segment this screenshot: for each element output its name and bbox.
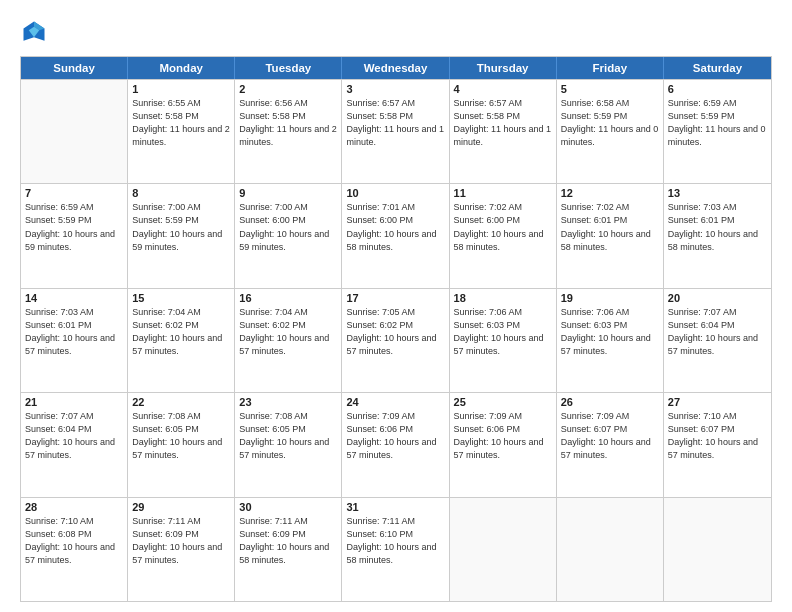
cal-cell: 16Sunrise: 7:04 AMSunset: 6:02 PMDayligh… (235, 289, 342, 392)
day-number: 13 (668, 187, 767, 199)
logo (20, 18, 52, 46)
day-number: 1 (132, 83, 230, 95)
day-info: Sunrise: 7:11 AMSunset: 6:09 PMDaylight:… (132, 515, 230, 567)
day-info: Sunrise: 7:06 AMSunset: 6:03 PMDaylight:… (561, 306, 659, 358)
cal-cell: 10Sunrise: 7:01 AMSunset: 6:00 PMDayligh… (342, 184, 449, 287)
week-row-2: 7Sunrise: 6:59 AMSunset: 5:59 PMDaylight… (21, 183, 771, 287)
cal-cell: 5Sunrise: 6:58 AMSunset: 5:59 PMDaylight… (557, 80, 664, 183)
calendar-header-row: SundayMondayTuesdayWednesdayThursdayFrid… (21, 57, 771, 79)
cal-cell: 2Sunrise: 6:56 AMSunset: 5:58 PMDaylight… (235, 80, 342, 183)
cal-cell: 7Sunrise: 6:59 AMSunset: 5:59 PMDaylight… (21, 184, 128, 287)
cal-cell: 11Sunrise: 7:02 AMSunset: 6:00 PMDayligh… (450, 184, 557, 287)
day-number: 19 (561, 292, 659, 304)
cal-cell: 6Sunrise: 6:59 AMSunset: 5:59 PMDaylight… (664, 80, 771, 183)
day-info: Sunrise: 7:10 AMSunset: 6:08 PMDaylight:… (25, 515, 123, 567)
cal-cell: 15Sunrise: 7:04 AMSunset: 6:02 PMDayligh… (128, 289, 235, 392)
day-number: 16 (239, 292, 337, 304)
day-number: 24 (346, 396, 444, 408)
day-number: 11 (454, 187, 552, 199)
header-day-friday: Friday (557, 57, 664, 79)
day-number: 14 (25, 292, 123, 304)
day-number: 23 (239, 396, 337, 408)
day-number: 21 (25, 396, 123, 408)
day-info: Sunrise: 6:55 AMSunset: 5:58 PMDaylight:… (132, 97, 230, 149)
day-number: 31 (346, 501, 444, 513)
day-number: 25 (454, 396, 552, 408)
day-number: 2 (239, 83, 337, 95)
day-number: 12 (561, 187, 659, 199)
day-number: 6 (668, 83, 767, 95)
header-day-thursday: Thursday (450, 57, 557, 79)
calendar: SundayMondayTuesdayWednesdayThursdayFrid… (20, 56, 772, 602)
cal-cell: 20Sunrise: 7:07 AMSunset: 6:04 PMDayligh… (664, 289, 771, 392)
day-info: Sunrise: 6:59 AMSunset: 5:59 PMDaylight:… (668, 97, 767, 149)
day-info: Sunrise: 7:07 AMSunset: 6:04 PMDaylight:… (668, 306, 767, 358)
day-number: 17 (346, 292, 444, 304)
day-info: Sunrise: 7:09 AMSunset: 6:06 PMDaylight:… (454, 410, 552, 462)
day-number: 20 (668, 292, 767, 304)
day-info: Sunrise: 7:10 AMSunset: 6:07 PMDaylight:… (668, 410, 767, 462)
day-number: 22 (132, 396, 230, 408)
cal-cell: 24Sunrise: 7:09 AMSunset: 6:06 PMDayligh… (342, 393, 449, 496)
day-number: 4 (454, 83, 552, 95)
week-row-1: 1Sunrise: 6:55 AMSunset: 5:58 PMDaylight… (21, 79, 771, 183)
cal-cell (21, 80, 128, 183)
cal-cell: 17Sunrise: 7:05 AMSunset: 6:02 PMDayligh… (342, 289, 449, 392)
cal-cell: 9Sunrise: 7:00 AMSunset: 6:00 PMDaylight… (235, 184, 342, 287)
header-day-tuesday: Tuesday (235, 57, 342, 79)
day-info: Sunrise: 7:11 AMSunset: 6:10 PMDaylight:… (346, 515, 444, 567)
day-number: 27 (668, 396, 767, 408)
day-info: Sunrise: 6:57 AMSunset: 5:58 PMDaylight:… (346, 97, 444, 149)
header-day-saturday: Saturday (664, 57, 771, 79)
day-info: Sunrise: 6:59 AMSunset: 5:59 PMDaylight:… (25, 201, 123, 253)
day-number: 3 (346, 83, 444, 95)
day-number: 29 (132, 501, 230, 513)
cal-cell: 19Sunrise: 7:06 AMSunset: 6:03 PMDayligh… (557, 289, 664, 392)
day-info: Sunrise: 7:04 AMSunset: 6:02 PMDaylight:… (132, 306, 230, 358)
day-info: Sunrise: 7:02 AMSunset: 6:01 PMDaylight:… (561, 201, 659, 253)
day-number: 26 (561, 396, 659, 408)
day-info: Sunrise: 7:07 AMSunset: 6:04 PMDaylight:… (25, 410, 123, 462)
cal-cell: 25Sunrise: 7:09 AMSunset: 6:06 PMDayligh… (450, 393, 557, 496)
cal-cell: 14Sunrise: 7:03 AMSunset: 6:01 PMDayligh… (21, 289, 128, 392)
cal-cell: 1Sunrise: 6:55 AMSunset: 5:58 PMDaylight… (128, 80, 235, 183)
cal-cell: 22Sunrise: 7:08 AMSunset: 6:05 PMDayligh… (128, 393, 235, 496)
day-number: 8 (132, 187, 230, 199)
day-info: Sunrise: 7:01 AMSunset: 6:00 PMDaylight:… (346, 201, 444, 253)
day-info: Sunrise: 7:08 AMSunset: 6:05 PMDaylight:… (239, 410, 337, 462)
cal-cell: 30Sunrise: 7:11 AMSunset: 6:09 PMDayligh… (235, 498, 342, 601)
day-info: Sunrise: 7:00 AMSunset: 6:00 PMDaylight:… (239, 201, 337, 253)
cal-cell (664, 498, 771, 601)
cal-cell (557, 498, 664, 601)
cal-cell (450, 498, 557, 601)
day-info: Sunrise: 7:09 AMSunset: 6:06 PMDaylight:… (346, 410, 444, 462)
calendar-body: 1Sunrise: 6:55 AMSunset: 5:58 PMDaylight… (21, 79, 771, 601)
day-number: 30 (239, 501, 337, 513)
logo-icon (20, 18, 48, 46)
day-number: 5 (561, 83, 659, 95)
cal-cell: 18Sunrise: 7:06 AMSunset: 6:03 PMDayligh… (450, 289, 557, 392)
day-info: Sunrise: 7:03 AMSunset: 6:01 PMDaylight:… (25, 306, 123, 358)
day-info: Sunrise: 7:03 AMSunset: 6:01 PMDaylight:… (668, 201, 767, 253)
day-info: Sunrise: 7:04 AMSunset: 6:02 PMDaylight:… (239, 306, 337, 358)
day-number: 7 (25, 187, 123, 199)
day-number: 10 (346, 187, 444, 199)
cal-cell: 3Sunrise: 6:57 AMSunset: 5:58 PMDaylight… (342, 80, 449, 183)
cal-cell: 4Sunrise: 6:57 AMSunset: 5:58 PMDaylight… (450, 80, 557, 183)
week-row-4: 21Sunrise: 7:07 AMSunset: 6:04 PMDayligh… (21, 392, 771, 496)
header-day-sunday: Sunday (21, 57, 128, 79)
cal-cell: 8Sunrise: 7:00 AMSunset: 5:59 PMDaylight… (128, 184, 235, 287)
cal-cell: 21Sunrise: 7:07 AMSunset: 6:04 PMDayligh… (21, 393, 128, 496)
cal-cell: 28Sunrise: 7:10 AMSunset: 6:08 PMDayligh… (21, 498, 128, 601)
day-info: Sunrise: 7:02 AMSunset: 6:00 PMDaylight:… (454, 201, 552, 253)
header (20, 18, 772, 46)
day-number: 9 (239, 187, 337, 199)
header-day-wednesday: Wednesday (342, 57, 449, 79)
cal-cell: 12Sunrise: 7:02 AMSunset: 6:01 PMDayligh… (557, 184, 664, 287)
header-day-monday: Monday (128, 57, 235, 79)
day-info: Sunrise: 7:11 AMSunset: 6:09 PMDaylight:… (239, 515, 337, 567)
cal-cell: 31Sunrise: 7:11 AMSunset: 6:10 PMDayligh… (342, 498, 449, 601)
day-number: 15 (132, 292, 230, 304)
week-row-5: 28Sunrise: 7:10 AMSunset: 6:08 PMDayligh… (21, 497, 771, 601)
day-number: 28 (25, 501, 123, 513)
